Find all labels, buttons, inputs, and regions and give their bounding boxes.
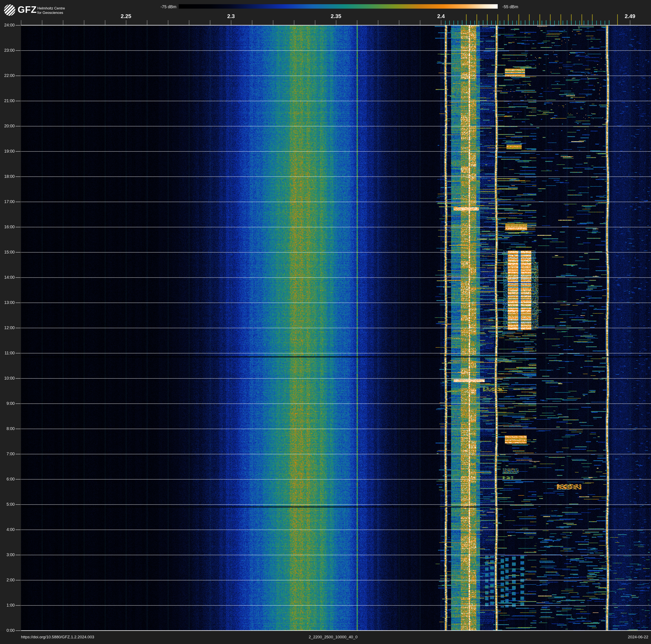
gfz-logo-text: GFZ [18,4,37,15]
colorbar-min-label: -75 dBm [147,4,177,9]
time-label: 22:00 [0,73,15,78]
time-label: 12:00 [0,325,15,330]
freq-label: 2.4 [437,13,445,20]
spectrogram-page: GFZ Helmholtz Centre for Geosciences -75… [0,0,651,644]
time-label: 20:00 [0,124,15,128]
time-label: 9:00 [0,401,15,406]
time-label: 15:00 [0,250,15,255]
freq-label: 2.35 [331,13,341,20]
colorbar-max-label: -55 dBm [502,4,518,9]
freq-label: 2.49 [625,13,636,20]
time-label: 14:00 [0,275,15,280]
time-label: 1:00 [0,603,15,608]
gfz-globe-icon [4,4,16,16]
time-label: 10:00 [0,376,15,381]
time-label: 21:00 [0,98,15,103]
time-label: 19:00 [0,149,15,154]
time-label: 2:00 [0,578,15,582]
time-label: 3:00 [0,552,15,557]
time-label: 16:00 [0,225,15,229]
time-label: 5:00 [0,502,15,507]
time-label: 6:00 [0,477,15,481]
time-label: 4:00 [0,527,15,532]
dataset-id-label: 2_2200_2500_10000_40_0 [309,635,358,639]
spectrogram-canvas [0,0,651,644]
time-label: 7:00 [0,451,15,456]
doi-link[interactable]: https://doi.org/10.5880/GFZ.1.2.2024.003 [21,635,94,639]
time-label: 23:00 [0,48,15,53]
date-label: 2024-06-22 [628,635,648,639]
logo-subtitle-line1: Helmholtz Centre [37,6,65,10]
time-label: 17:00 [0,199,15,204]
time-label: 8:00 [0,426,15,431]
logo-subtitle: Helmholtz Centre for Geosciences [37,6,65,15]
time-label: 13:00 [0,300,15,305]
power-colorbar [179,4,498,9]
time-label: 24:00 [0,23,15,28]
freq-label: 2.3 [227,13,235,20]
freq-label: 2.25 [121,13,131,20]
logo-subtitle-line2: for Geosciences [37,10,65,15]
time-label: 18:00 [0,174,15,179]
time-label: 11:00 [0,351,15,355]
